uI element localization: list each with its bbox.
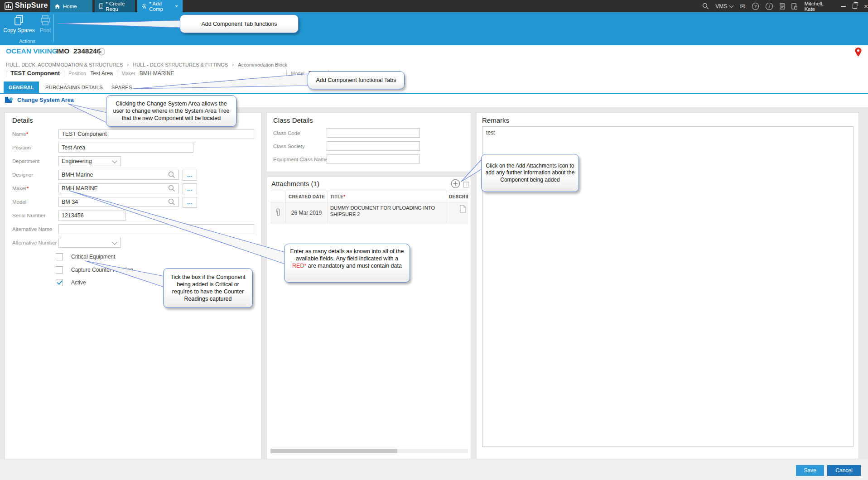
designer-browse-button[interactable]: …: [183, 170, 197, 181]
help-icon[interactable]: ?: [752, 3, 759, 10]
model-field[interactable]: [58, 197, 179, 207]
active-checkbox[interactable]: [56, 279, 63, 286]
maker-field[interactable]: [58, 183, 179, 193]
vms-dropdown[interactable]: VMS: [715, 3, 733, 10]
name-field[interactable]: [58, 129, 254, 139]
attachments-hscrollbar[interactable]: [270, 449, 468, 453]
maker-browse-button[interactable]: …: [183, 183, 197, 194]
imo-label: IMO: [56, 47, 69, 55]
attachments-title: Attachments (1): [271, 180, 319, 187]
window-restore-button[interactable]: [853, 4, 858, 9]
capture-counter-reading-checkbox[interactable]: [56, 266, 63, 274]
footer-bar: [0, 459, 868, 480]
app-tab-label: * Add Comp: [149, 1, 171, 12]
tab-purchasing-details[interactable]: PURCHASING DETAILS: [45, 82, 103, 93]
designer-field[interactable]: [58, 170, 179, 180]
print-icon: [40, 15, 50, 26]
details-title: Details: [12, 116, 33, 124]
callout-add-attachments: Click on the Add Attachments icon to add…: [481, 154, 579, 192]
window-minimize-button[interactable]: [841, 6, 845, 7]
search-lookup-icon[interactable]: [168, 185, 175, 192]
change-system-area-link[interactable]: Change System Area: [5, 96, 74, 103]
class-details-title: Class Details: [273, 116, 313, 124]
print-label: Print: [40, 27, 51, 34]
vessel-info-icon[interactable]: i: [98, 48, 105, 55]
gear-icon: [142, 3, 146, 9]
breadcrumb-item[interactable]: Accommodation Block: [238, 62, 287, 67]
change-system-area-label: Change System Area: [17, 97, 74, 103]
info-icon[interactable]: i: [766, 3, 772, 10]
tab-underline: [0, 93, 868, 94]
component-name: TEST Component: [10, 70, 60, 77]
model-label: Model: [12, 197, 26, 207]
app-tab-home[interactable]: Home: [50, 0, 92, 12]
vessel-name[interactable]: OCEAN VIKING: [6, 47, 58, 55]
document-clock-icon[interactable]: [791, 3, 797, 10]
description-header: DESCRIPTION: [446, 191, 468, 202]
equipment-class-name-field[interactable]: [327, 154, 420, 164]
copy-spares-label: Copy Spares: [3, 27, 34, 34]
position-label: Position: [12, 143, 31, 153]
critical-equipment-label: Critical Equipment: [71, 253, 115, 260]
window-close-button[interactable]: ×: [864, 3, 868, 10]
home-icon: [54, 4, 60, 9]
model-label: Model: [291, 71, 304, 76]
position-field[interactable]: [58, 143, 193, 153]
breadcrumb-separator-icon: ›: [127, 62, 129, 68]
title-bar: ShipSure Home * Create Requ * Add Comp ×: [0, 0, 868, 12]
titlebar-right-cluster: VMS ✉ ? i Mitchell, Kate ×: [702, 0, 868, 12]
department-select[interactable]: Engineering: [58, 156, 121, 166]
maker-label: Maker: [121, 71, 135, 76]
breadcrumb-item[interactable]: HULL, DECK, ACCOMMODATION & STRUCTURES: [6, 62, 123, 67]
serial-number-label: Serial Number: [12, 211, 46, 221]
print-button[interactable]: Print: [36, 15, 54, 34]
user-menu[interactable]: Mitchell, Kate: [804, 1, 834, 12]
equipment-class-name-label: Equipment Class Name: [273, 154, 328, 164]
alternative-name-field[interactable]: [58, 224, 254, 234]
search-lookup-icon[interactable]: [168, 198, 175, 206]
app-tab-create-requisition[interactable]: * Create Requ: [95, 0, 135, 12]
attachments-hscrollbar-thumb[interactable]: [270, 449, 397, 453]
vms-label: VMS: [715, 3, 727, 10]
required-marker: *: [27, 186, 29, 191]
document-icon[interactable]: [780, 3, 785, 10]
class-code-field[interactable]: [327, 128, 420, 138]
add-attachment-icon[interactable]: [451, 179, 460, 188]
capture-counter-reading-label: Capture Counter Reading: [71, 266, 133, 274]
save-button[interactable]: Save: [796, 465, 824, 476]
description-doc-icon[interactable]: [460, 205, 466, 213]
department-value: Engineering: [62, 158, 92, 164]
delete-attachment-icon[interactable]: [463, 180, 469, 188]
alternative-name-label: Alternative Name: [12, 224, 52, 234]
required-marker: *: [26, 131, 28, 137]
tab-spares[interactable]: SPARES: [111, 82, 132, 93]
ribbon: Copy Spares Print Actions: [0, 12, 868, 45]
maker-label: Maker*: [12, 183, 29, 193]
location-pin-icon[interactable]: [854, 47, 862, 58]
app-tab-label: Home: [63, 4, 77, 9]
attachment-created-date: 26 Mar 2019: [286, 202, 328, 223]
breadcrumb-item[interactable]: HULL - DECK STRUCTURES & FITTINGS: [133, 62, 228, 67]
required-marker: *: [343, 194, 345, 199]
callout-functional-tabs: Add Component functional Tabs: [308, 71, 405, 89]
app-tab-add-component[interactable]: * Add Comp ×: [137, 0, 183, 12]
copy-spares-button[interactable]: Copy Spares: [3, 15, 35, 34]
mail-icon[interactable]: ✉: [740, 3, 745, 10]
close-tab-icon[interactable]: ×: [175, 3, 178, 10]
serial-number-field[interactable]: [58, 211, 125, 221]
callout-mandatory-fields: Enter as many details as known into all …: [284, 244, 410, 283]
breadcrumb-separator-icon: ›: [232, 62, 234, 68]
class-society-field[interactable]: [327, 141, 420, 151]
callout-tick-box: Tick the box if the Component being adde…: [163, 268, 253, 308]
shipsure-logo-icon: [5, 2, 13, 10]
attachment-row[interactable]: 26 Mar 2019 DUMMY DOCUMENT FOR UPLOADING…: [270, 202, 468, 223]
copy-spares-icon: [14, 15, 24, 26]
model-browse-button[interactable]: …: [183, 197, 197, 208]
cancel-button[interactable]: Cancel: [827, 465, 861, 476]
critical-equipment-checkbox[interactable]: [56, 253, 63, 260]
system-area-folder-icon: [5, 96, 14, 103]
tab-general[interactable]: GENERAL: [4, 82, 39, 93]
alternative-number-select[interactable]: [58, 238, 121, 248]
search-lookup-icon[interactable]: [168, 171, 175, 178]
search-icon[interactable]: [702, 3, 709, 10]
